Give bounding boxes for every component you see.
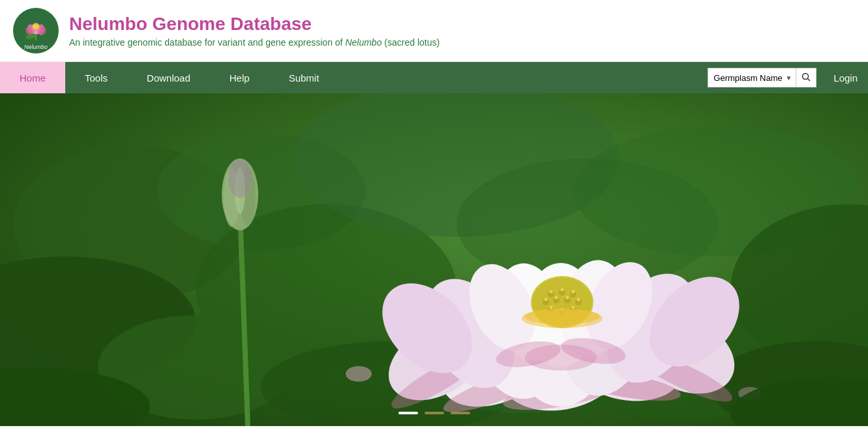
logo-label: Nelumbo bbox=[22, 44, 50, 50]
search-select-wrapper: Germplasm Name Gene ID Variant ▼ bbox=[708, 68, 796, 87]
site-header: Nelumbo Nelumbo Genome Database An integ… bbox=[0, 0, 868, 62]
svg-point-75 bbox=[550, 306, 553, 309]
svg-point-30 bbox=[228, 159, 252, 198]
site-title: Nelumbo Genome Database bbox=[69, 14, 440, 35]
svg-point-74 bbox=[577, 298, 580, 301]
site-subtitle: An integrative genomic database for vari… bbox=[69, 37, 440, 48]
subtitle-text-before: An integrative genomic database for vari… bbox=[69, 37, 345, 48]
subtitle-italic: Nelumbo bbox=[345, 37, 382, 48]
svg-point-70 bbox=[572, 290, 575, 294]
nav-item-tools[interactable]: Tools bbox=[65, 62, 127, 93]
search-icon bbox=[801, 72, 811, 84]
svg-point-77 bbox=[572, 306, 575, 309]
slide-dot-1[interactable] bbox=[398, 412, 418, 414]
svg-point-72 bbox=[555, 296, 558, 299]
svg-point-73 bbox=[566, 296, 569, 299]
hero-banner bbox=[0, 93, 868, 426]
nav-items-group: Home Tools Download Help Submit bbox=[0, 62, 708, 93]
slide-dot-2[interactable] bbox=[425, 412, 444, 414]
svg-point-9 bbox=[803, 73, 809, 79]
logo-flower-icon bbox=[22, 12, 50, 44]
main-nav: Home Tools Download Help Submit Germplas… bbox=[0, 62, 868, 93]
nav-item-submit[interactable]: Submit bbox=[269, 62, 339, 93]
search-category-select[interactable]: Germplasm Name Gene ID Variant bbox=[708, 68, 796, 87]
nav-item-help[interactable]: Help bbox=[210, 62, 269, 93]
nav-item-home[interactable]: Home bbox=[0, 62, 65, 93]
svg-point-80 bbox=[346, 366, 372, 382]
svg-point-79 bbox=[524, 309, 600, 324]
subtitle-text-after: (sacred lotus) bbox=[382, 37, 440, 48]
svg-line-10 bbox=[808, 78, 811, 81]
svg-point-69 bbox=[561, 288, 564, 292]
slide-dot-3[interactable] bbox=[451, 412, 470, 414]
search-area: Germplasm Name Gene ID Variant ▼ bbox=[708, 68, 816, 87]
search-button[interactable] bbox=[796, 68, 816, 87]
site-logo[interactable]: Nelumbo bbox=[13, 8, 59, 54]
svg-point-71 bbox=[545, 298, 548, 301]
header-text-block: Nelumbo Genome Database An integrative g… bbox=[69, 14, 440, 48]
login-button[interactable]: Login bbox=[823, 62, 868, 93]
nav-item-download[interactable]: Download bbox=[127, 62, 210, 93]
svg-point-68 bbox=[550, 290, 553, 294]
slide-indicators bbox=[398, 412, 470, 414]
svg-point-6 bbox=[33, 24, 39, 29]
